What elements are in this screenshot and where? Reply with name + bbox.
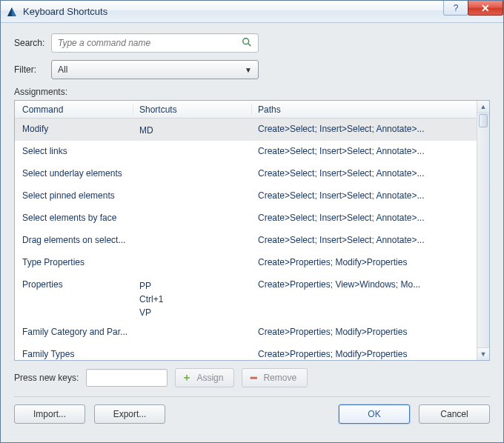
search-box[interactable] [51, 33, 259, 53]
search-input[interactable] [58, 38, 242, 48]
plus-icon: ＋ [182, 373, 192, 383]
cell-path: Create>Select; Insert>Select; Annotate>.… [252, 146, 489, 156]
press-keys-label: Press new keys: [14, 373, 79, 383]
assignments-label: Assignments: [14, 87, 490, 97]
ok-button[interactable]: OK [339, 404, 410, 424]
table-row[interactable]: Type PropertiesCreate>Properties; Modify… [15, 252, 489, 274]
help-icon: ? [454, 3, 459, 13]
close-icon: ✕ [481, 2, 490, 14]
search-icon [242, 37, 252, 50]
cell-command: Type Properties [15, 257, 133, 267]
close-button[interactable]: ✕ [468, 1, 503, 16]
cell-path: Create>Select; Insert>Select; Annotate>.… [252, 168, 489, 179]
cell-command: Drag elements on select... [15, 235, 133, 245]
cell-path: Create>Properties; Modify>Properties [252, 349, 489, 359]
filter-row: Filter: All ▼ [14, 60, 490, 79]
cell-path: Create>Select; Insert>Select; Annotate>.… [252, 213, 489, 223]
minus-icon: ━ [248, 373, 259, 383]
import-button[interactable]: Import... [14, 404, 85, 424]
cancel-button[interactable]: Cancel [419, 404, 490, 424]
cell-command: Select elements by face [15, 213, 133, 223]
titlebar: Keyboard Shortcuts ? ✕ [1, 1, 503, 23]
assignments-table: Command Shortcuts Paths ModifyMDCreate>S… [14, 100, 490, 361]
cell-command: Select pinned elements [15, 190, 133, 201]
dialog-content: Search: Filter: All ▼ Assignments: Comma… [1, 23, 503, 433]
cell-command: Modify [15, 124, 133, 134]
table-row[interactable]: Family Category and Par...Create>Propert… [15, 322, 489, 344]
remove-button-label: Remove [263, 373, 296, 383]
cell-path: Create>Select; Insert>Select; Annotate>.… [252, 235, 489, 245]
press-keys-row: Press new keys: ＋ Assign ━ Remove [14, 368, 490, 387]
cell-path: Create>Properties; View>Windows; Mo... [252, 279, 489, 290]
spacer [174, 404, 330, 424]
table-row[interactable]: PropertiesPPCtrl+1VPCreate>Properties; V… [15, 274, 489, 322]
shortcut-value: VP [139, 306, 252, 319]
table-body: ModifyMDCreate>Select; Insert>Select; An… [15, 119, 489, 366]
shortcut-value: MD [139, 124, 252, 137]
window-title: Keyboard Shortcuts [23, 6, 444, 17]
svg-point-0 [243, 38, 249, 44]
window-buttons: ? ✕ [444, 1, 503, 22]
import-button-label: Import... [33, 409, 66, 419]
table-row[interactable]: Select elements by faceCreate>Select; In… [15, 207, 489, 230]
help-button[interactable]: ? [443, 1, 468, 16]
column-header-shortcuts[interactable]: Shortcuts [133, 104, 252, 115]
cell-command: Family Types [15, 349, 133, 359]
search-row: Search: [14, 33, 490, 53]
table-row[interactable]: Family TypesCreate>Properties; Modify>Pr… [15, 344, 489, 366]
chevron-down-icon: ▼ [245, 66, 252, 74]
cell-command: Select links [15, 146, 133, 156]
cell-command: Properties [15, 279, 133, 290]
cell-path: Create>Select; Insert>Select; Annotate>.… [252, 124, 489, 134]
assign-button[interactable]: ＋ Assign [175, 368, 234, 387]
export-button-label: Export... [113, 409, 147, 419]
table-row[interactable]: ModifyMDCreate>Select; Insert>Select; An… [15, 119, 489, 141]
ok-button-label: OK [368, 409, 380, 419]
scroll-down-button[interactable]: ▼ [477, 347, 489, 360]
cell-command: Select underlay elements [15, 168, 133, 179]
new-keys-input[interactable] [86, 369, 168, 387]
cell-path: Create>Properties; Modify>Properties [252, 257, 489, 267]
table-row[interactable]: Drag elements on select...Create>Select;… [15, 230, 489, 252]
footer-buttons: Import... Export... OK Cancel [14, 404, 490, 424]
svg-line-1 [248, 43, 251, 46]
app-icon [5, 5, 19, 19]
column-header-paths[interactable]: Paths [252, 104, 489, 115]
table-header: Command Shortcuts Paths [15, 101, 489, 119]
assign-button-label: Assign [196, 373, 223, 383]
table-row[interactable]: Select linksCreate>Select; Insert>Select… [15, 141, 489, 163]
shortcut-value: Ctrl+1 [139, 293, 252, 306]
divider [14, 396, 490, 397]
cancel-button-label: Cancel [440, 409, 468, 419]
scroll-thumb[interactable] [479, 114, 488, 127]
export-button[interactable]: Export... [94, 404, 165, 424]
column-header-command[interactable]: Command [15, 104, 133, 115]
cell-path: Create>Properties; Modify>Properties [252, 327, 489, 337]
filter-label: Filter: [14, 64, 51, 75]
cell-command: Family Category and Par... [15, 327, 133, 337]
table-row[interactable]: Select pinned elementsCreate>Select; Ins… [15, 185, 489, 207]
filter-dropdown[interactable]: All ▼ [51, 60, 259, 79]
vertical-scrollbar[interactable]: ▲ ▼ [477, 101, 489, 360]
cell-shortcuts: PPCtrl+1VP [133, 279, 252, 319]
filter-value: All [58, 64, 67, 75]
search-label: Search: [14, 38, 51, 48]
cell-path: Create>Select; Insert>Select; Annotate>.… [252, 190, 489, 201]
shortcut-value: PP [139, 279, 252, 293]
cell-shortcuts: MD [133, 124, 252, 137]
scroll-up-button[interactable]: ▲ [477, 101, 489, 113]
table-row[interactable]: Select underlay elementsCreate>Select; I… [15, 163, 489, 185]
remove-button[interactable]: ━ Remove [242, 368, 308, 387]
